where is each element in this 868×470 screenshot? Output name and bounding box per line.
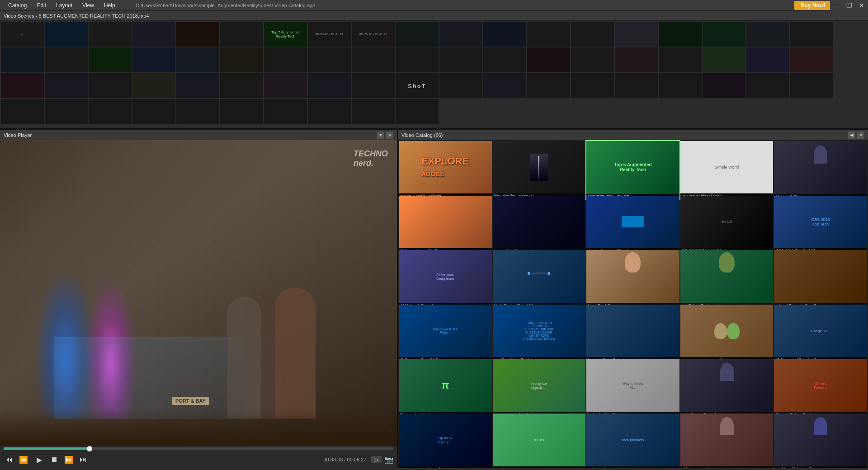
list-item[interactable]: CES 2019Top Tech CES 2019 Top Tech To... [774,196,867,254]
table-row[interactable] [396,99,439,124]
list-item[interactable]: Collections Part 2What... Collections Pa… [399,305,492,362]
table-row[interactable] [308,99,351,124]
list-item[interactable]: w to Start a Speech m... [680,359,774,417]
table-row[interactable] [615,22,658,47]
table-row[interactable] [352,73,395,98]
list-item[interactable]: iant year for SpaceX! [493,141,586,199]
table-row[interactable] [703,73,745,98]
table-row[interactable] [45,99,88,124]
panel-minimize-button[interactable]: ▼ [377,132,384,139]
prev-frame-button[interactable]: ⏪ [17,455,30,465]
table-row[interactable] [220,47,263,72]
menu-view[interactable]: View [78,1,99,9]
maximize-button[interactable]: ❐ [843,0,855,11]
table-row[interactable] [615,47,658,72]
table-row[interactable] [220,99,263,124]
table-row[interactable] [89,22,132,47]
table-row[interactable] [790,73,833,98]
table-row[interactable] [746,47,789,72]
next-frame-button[interactable]: ⏩ [62,455,75,465]
table-row[interactable] [1,99,44,124]
list-item[interactable]: Video-to-Video Synth... [399,196,492,254]
table-row[interactable] [176,22,219,47]
menu-edit[interactable]: Edit [32,1,51,9]
table-row[interactable] [703,47,745,72]
table-row[interactable] [439,47,482,72]
table-row[interactable] [615,73,658,98]
forward-button[interactable]: ⏭ [78,455,89,465]
list-item[interactable]: Microsoft Office apps... [774,141,867,199]
table-row[interactable] [396,47,439,72]
rewind-button[interactable]: ⏮ [4,455,14,465]
table-row[interactable] [746,22,789,47]
menu-layout[interactable]: Layout [52,1,77,9]
list-item[interactable]: ace swapping using M... [680,305,774,362]
table-row[interactable]: #5 Route - #1 #1 #1 [308,22,351,47]
table-row[interactable] [45,22,88,47]
screenshot-button[interactable]: 📷 [384,456,393,464]
list-item[interactable]: g with Artificial Intellig... [774,414,867,468]
table-row[interactable]: #5 Route - #1 #1 #1 [352,22,395,47]
top-catalog-grid[interactable]: ▶ Top 5 AugmentedReality Tech #5 Route -… [0,21,868,129]
list-item[interactable]: recognizeobjects... io recognize objects… [493,359,586,417]
table-row[interactable] [132,47,175,72]
table-row[interactable] [527,22,570,47]
table-row[interactable] [220,22,263,47]
list-item[interactable]: kes - Real Consequenc... [586,250,679,308]
table-row[interactable] [790,22,833,47]
list-item[interactable]: SOLVE PROTEINFOLDING TO1. SOLVE HUNGER2.… [493,305,586,362]
table-row[interactable] [483,47,526,72]
stop-button[interactable]: ⏹ [49,455,60,465]
list-item[interactable]: eepFakes Explained m... [680,250,774,308]
progress-bar[interactable] [4,447,393,450]
list-item[interactable]: AI NetworkDeep learn AI Network Deep lea… [399,250,492,308]
list-item[interactable]: Way to ApplyAI... to Apply AI in Busines… [586,359,679,418]
table-row[interactable] [483,22,526,47]
panel-close-button[interactable]: ✕ [386,132,393,139]
table-row[interactable] [45,47,88,72]
minimize-button[interactable]: — [830,0,843,11]
table-row[interactable] [790,47,833,72]
table-row[interactable] [89,99,132,124]
list-item[interactable]: Top 5 AugmentedReality Tech MENTED REALI… [586,141,679,199]
list-item[interactable]: OpenCVPython es - OpenCV with Pyth... [399,414,492,468]
table-row[interactable] [571,22,614,47]
buy-button[interactable]: Buy Now! [794,1,832,10]
list-item[interactable]: tech products tech products we saw... [586,414,679,468]
table-row[interactable] [659,22,702,47]
table-row[interactable] [352,99,395,124]
table-row[interactable] [264,99,307,124]
list-item[interactable]: Google IO... IO Keynote (Google IO... [774,305,867,363]
list-item[interactable]: s virtual reality AR and... [586,196,679,254]
table-row[interactable] [132,73,175,98]
table-row[interactable] [89,73,132,98]
list-item[interactable]: gence Mankind's Last... [493,196,586,254]
table-row[interactable] [396,22,439,47]
menu-catalog[interactable]: Catalog [4,1,31,9]
table-row[interactable] [45,73,88,98]
table-row[interactable] [571,73,614,98]
list-item[interactable]: China'sFuture... China's Future Factor..… [774,359,867,418]
table-row[interactable] [527,73,570,98]
list-item[interactable]: π TI neural networks learn... [399,359,492,417]
play-button[interactable]: ▶ [33,453,46,466]
table-row[interactable] [1,73,44,98]
list-item[interactable]: High-Stakes Robot Wi... [493,250,586,308]
progress-handle[interactable] [87,446,92,451]
table-row[interactable] [176,47,219,72]
table-row[interactable] [659,73,702,98]
table-row[interactable] [176,73,219,98]
table-row[interactable] [89,47,132,72]
table-row[interactable] [132,99,175,124]
table-row[interactable] [264,73,307,98]
table-row[interactable]: ShoT [396,73,439,98]
list-item[interactable]: tutorial Episode One O... [774,250,867,308]
table-row[interactable]: ▶ [1,22,44,47]
table-row[interactable] [483,73,526,98]
table-row[interactable] [308,73,351,98]
list-item[interactable]: Image - OpenCV with... [586,305,679,363]
catalog-close-button[interactable]: ✕ [857,132,864,139]
table-row[interactable] [220,73,263,98]
table-row[interactable] [571,47,614,72]
table-row[interactable] [264,47,307,72]
